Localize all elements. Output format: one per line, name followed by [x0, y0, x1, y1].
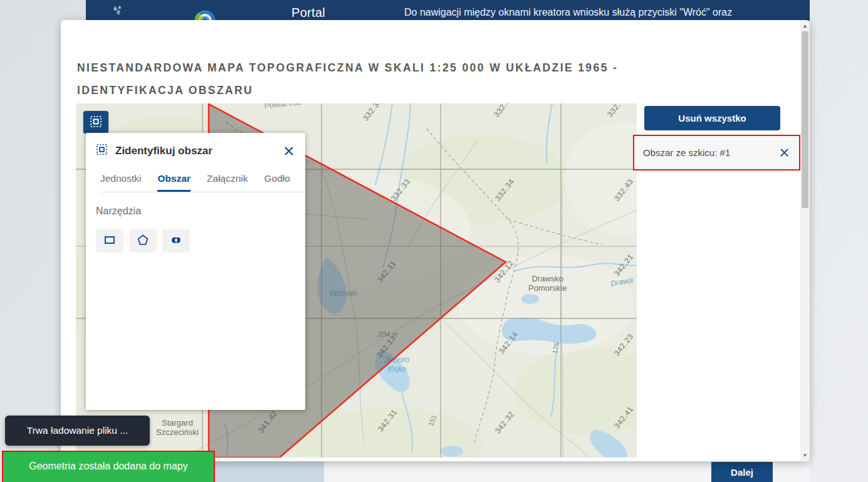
sketch-list-item[interactable]: Obszar ze szkicu: #1 [633, 135, 800, 170]
site-header: Portal Do nawigacji między oknami kreato… [86, 0, 810, 21]
panel-close-button[interactable] [283, 145, 295, 157]
close-icon [780, 150, 789, 159]
upload-geometry-button[interactable] [162, 229, 190, 253]
panel-tabs: Jednostki Obszar Załącznik Godło [100, 173, 305, 192]
sketch-item-label: Obszar ze szkicu: #1 [634, 147, 780, 158]
institution-logo-icon [111, 5, 125, 20]
portal-title: Portal [291, 6, 325, 20]
modal-scrollbar[interactable]: ▲ ▼ [800, 20, 810, 461]
modal-title: NIESTANDARDOWA MAPA TOPOGRAFICZNA W SKAL… [77, 56, 618, 102]
modal-title-line1: NIESTANDARDOWA MAPA TOPOGRAFICZNA W SKAL… [77, 56, 618, 79]
draw-rectangle-button[interactable] [96, 229, 123, 253]
tools-section-label: Narzędzia [96, 206, 295, 217]
scroll-up-icon[interactable]: ▲ [800, 21, 810, 31]
scroll-down-icon[interactable]: ▼ [800, 451, 810, 460]
tools-row [96, 229, 295, 253]
panel-title: Zidentyfikuj obszar [115, 145, 283, 157]
close-icon [284, 149, 294, 158]
upload-cloud-icon [169, 234, 183, 248]
tab-zalacznik[interactable]: Załącznik [207, 173, 248, 192]
identify-area-toggle-button[interactable] [83, 111, 108, 134]
delete-all-button[interactable]: Usuń wszystko [644, 106, 780, 130]
next-button[interactable]: Dalej [711, 462, 773, 482]
pentagon-draw-icon [137, 234, 149, 248]
identify-area-icon [90, 115, 102, 130]
tab-godlo[interactable]: Godło [264, 173, 290, 192]
map-canvas[interactable]: 332.31332.32332.41332.33332.34332.43342.… [76, 103, 637, 458]
loading-toast: Trwa ładowanie pliku ... [5, 416, 150, 446]
draw-polygon-button[interactable] [129, 229, 157, 253]
tab-obszar[interactable]: Obszar [157, 173, 191, 192]
geometry-added-toast: Geometria została dodana do mapy [2, 451, 215, 482]
rectangle-draw-icon [103, 234, 116, 248]
modal-title-line2: IDENTYFIKACJA OBSZARU [77, 79, 618, 102]
wizard-instruction-text: Do nawigacji między oknami kreatora wnio… [404, 7, 732, 18]
scrollbar-thumb[interactable] [802, 31, 808, 208]
sketch-item-remove-button[interactable] [780, 148, 799, 157]
tab-jednostki[interactable]: Jednostki [100, 173, 141, 192]
wizard-modal: NIESTANDARDOWA MAPA TOPOGRAFICZNA W SKAL… [61, 20, 810, 461]
identify-area-icon [96, 144, 108, 158]
identify-area-panel: Zidentyfikuj obszar Jednostki Obszar Zał… [86, 133, 305, 410]
geoportal-logo-icon [191, 4, 217, 21]
panel-header: Zidentyfikuj obszar [86, 133, 305, 158]
